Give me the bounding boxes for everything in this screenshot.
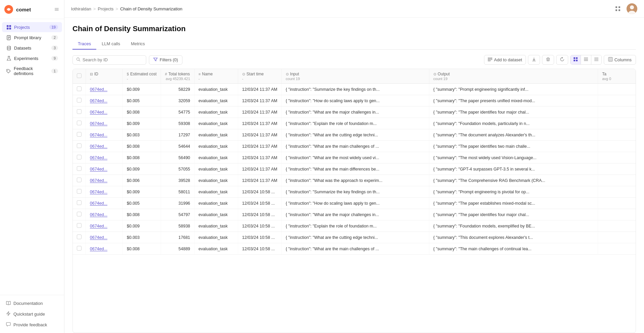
sidebar-collapse-button[interactable]: [53, 6, 60, 13]
row-cost-cell: $0.008: [123, 152, 161, 163]
row-input: { "instruction": "What are the most wide…: [286, 155, 400, 160]
svg-rect-32: [576, 57, 578, 59]
row-checkbox[interactable]: [77, 143, 82, 148]
row-checkbox[interactable]: [77, 200, 82, 205]
svg-point-15: [7, 70, 8, 71]
download-button[interactable]: [528, 55, 540, 65]
input-icon: ⊙: [286, 72, 289, 76]
row-output: { "summary": "Foundation models, exempli…: [433, 224, 547, 228]
row-id-link[interactable]: 0674ed...: [90, 247, 118, 251]
search-input[interactable]: [83, 57, 143, 62]
row-id-link[interactable]: 0674ed...: [90, 201, 118, 206]
row-checkbox[interactable]: [77, 86, 82, 91]
toolbar-right: Add to dataset: [484, 55, 636, 65]
row-id-cell: 0674ed...: [86, 95, 123, 107]
row-checkbox[interactable]: [77, 223, 82, 228]
row-id-link[interactable]: 0674ed...: [90, 224, 118, 228]
sidebar-documentation[interactable]: Documentation: [2, 298, 62, 309]
compact-view-button[interactable]: [591, 55, 601, 64]
tab-metrics[interactable]: Metrics: [125, 39, 150, 50]
row-id-link[interactable]: 0674ed...: [90, 235, 118, 240]
row-time: 12/03/24 10:58 ...: [242, 224, 277, 228]
topbar-right: [613, 3, 637, 14]
sidebar-provide-feedback[interactable]: Provide feedback: [2, 320, 62, 330]
row-input: { "instruction": "What was the approach …: [286, 178, 400, 183]
add-to-dataset-button[interactable]: Add to dataset: [484, 55, 526, 65]
row-name-cell: evaluation_task: [194, 118, 238, 129]
row-checkbox[interactable]: [77, 212, 82, 216]
sidebar-item-feedback-label: Feedback definitions: [14, 66, 51, 76]
row-checkbox[interactable]: [77, 98, 82, 103]
row-checkbox[interactable]: [77, 189, 82, 194]
filter-button[interactable]: Filters (0): [149, 55, 182, 65]
sidebar-quickstart-guide[interactable]: Quickstart guide: [2, 309, 62, 319]
row-checkbox[interactable]: [77, 166, 82, 171]
apps-grid-button[interactable]: [613, 4, 623, 13]
sidebar-item-experiments[interactable]: Experiments 9: [2, 53, 62, 63]
select-all-checkbox[interactable]: [77, 73, 82, 78]
columns-icon: [608, 57, 613, 63]
row-id-link[interactable]: 0674ed...: [90, 121, 118, 126]
grid-view-button[interactable]: [571, 55, 581, 64]
row-id-link[interactable]: 0674ed...: [90, 133, 118, 137]
row-id-link[interactable]: 0674ed...: [90, 155, 118, 160]
row-time: 12/03/24 11:37 AM: [242, 144, 277, 149]
table-row: 0674ed... $0.005 32059 evaluation_task 1…: [73, 95, 636, 107]
row-id-link[interactable]: 0674ed...: [90, 178, 118, 183]
filter-icon: [153, 57, 158, 63]
row-tags-cell: [598, 175, 636, 186]
row-checkbox[interactable]: [77, 109, 82, 114]
row-tokens-cell: 56490: [161, 152, 194, 163]
row-id-link[interactable]: 0674ed...: [90, 190, 118, 194]
row-checkbox-cell: [73, 186, 86, 198]
row-input-cell: { "instruction": "How do scaling laws ap…: [281, 198, 429, 209]
sidebar-item-datasets[interactable]: Datasets 3: [2, 43, 62, 53]
row-tags-cell: [598, 163, 636, 175]
row-id-link[interactable]: 0674ed...: [90, 87, 118, 92]
row-id-link[interactable]: 0674ed...: [90, 98, 118, 103]
row-checkbox[interactable]: [77, 246, 82, 251]
row-checkbox-cell: [73, 107, 86, 118]
row-checkbox[interactable]: [77, 235, 82, 239]
row-checkbox[interactable]: [77, 178, 82, 182]
toolbar: Filters (0) Add to dataset: [72, 55, 636, 65]
svg-rect-6: [9, 25, 11, 27]
table-row: 0674ed... $0.008 54644 evaluation_task 1…: [73, 141, 636, 152]
tab-traces[interactable]: Traces: [72, 39, 96, 50]
row-checkbox[interactable]: [77, 132, 82, 137]
row-checkbox-cell: [73, 198, 86, 209]
row-time: 12/03/24 11:37 AM: [242, 178, 277, 183]
row-output: { "summary": "This document explores Ale…: [433, 235, 547, 240]
row-input-cell: { "instruction": "Summarize the key find…: [281, 186, 429, 198]
sidebar-datasets-badge: 3: [51, 46, 58, 50]
row-id-link[interactable]: 0674ed...: [90, 212, 118, 217]
row-time-cell: 12/03/24 11:37 AM: [238, 129, 281, 141]
columns-button[interactable]: Columns: [604, 55, 636, 65]
tab-llm-calls[interactable]: LLM calls: [96, 39, 125, 50]
row-id-link[interactable]: 0674ed...: [90, 167, 118, 172]
row-input: { "instruction": "Summarize the key find…: [286, 87, 400, 92]
row-time: 12/03/24 11:37 AM: [242, 155, 277, 160]
row-id-link[interactable]: 0674ed...: [90, 144, 118, 149]
row-output: { "summary": "The most widely used Visio…: [433, 155, 547, 160]
row-checkbox[interactable]: [77, 155, 82, 159]
delete-button[interactable]: [542, 55, 554, 65]
row-name-cell: evaluation_task: [194, 107, 238, 118]
svg-rect-44: [608, 57, 612, 61]
table-row: 0674ed... $0.009 58229 evaluation_task 1…: [73, 84, 636, 95]
select-all-header[interactable]: [73, 69, 86, 84]
row-name-cell: evaluation_task: [194, 84, 238, 95]
user-avatar[interactable]: [627, 3, 637, 14]
sidebar-item-projects[interactable]: Projects 19: [2, 22, 62, 32]
row-tokens: 17297: [165, 133, 190, 137]
row-id-cell: 0674ed...: [86, 232, 123, 243]
row-tags-cell: [598, 220, 636, 232]
sidebar-item-feedback-definitions[interactable]: Feedback definitions 1: [2, 64, 62, 78]
list-view-button[interactable]: [581, 55, 591, 64]
row-id-link[interactable]: 0674ed...: [90, 110, 118, 115]
dollar-icon: $: [127, 72, 129, 76]
sidebar-item-prompt-library[interactable]: Prompt library 2: [2, 32, 62, 43]
search-box[interactable]: [72, 55, 146, 65]
row-checkbox[interactable]: [77, 121, 82, 125]
refresh-button[interactable]: [556, 55, 568, 65]
